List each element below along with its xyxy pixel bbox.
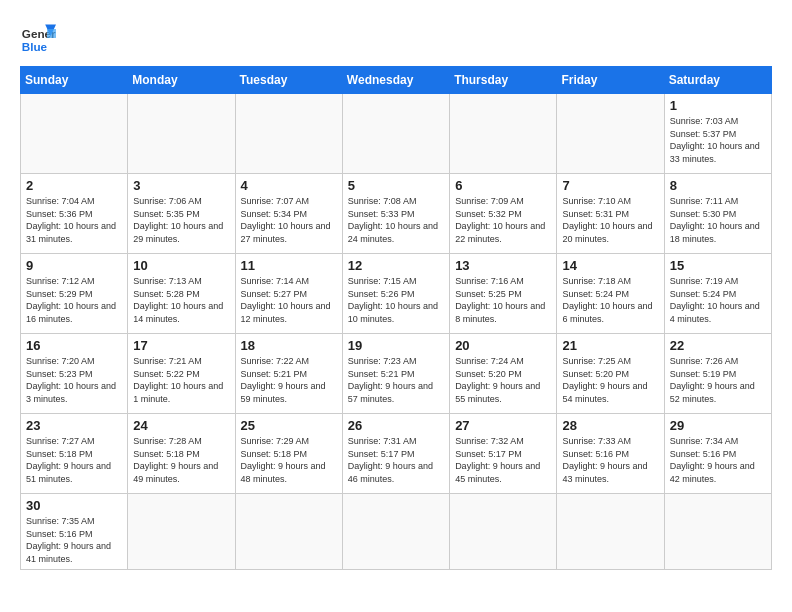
calendar-cell: 30Sunrise: 7:35 AM Sunset: 5:16 PM Dayli…: [21, 494, 128, 570]
cell-info: Sunrise: 7:07 AM Sunset: 5:34 PM Dayligh…: [241, 195, 337, 245]
day-number: 22: [670, 338, 766, 353]
cell-info: Sunrise: 7:31 AM Sunset: 5:17 PM Dayligh…: [348, 435, 444, 485]
day-number: 29: [670, 418, 766, 433]
day-number: 4: [241, 178, 337, 193]
day-number: 21: [562, 338, 658, 353]
calendar-cell: 27Sunrise: 7:32 AM Sunset: 5:17 PM Dayli…: [450, 414, 557, 494]
calendar-cell: [342, 94, 449, 174]
calendar-cell: 12Sunrise: 7:15 AM Sunset: 5:26 PM Dayli…: [342, 254, 449, 334]
day-number: 10: [133, 258, 229, 273]
day-number: 26: [348, 418, 444, 433]
calendar-cell: 11Sunrise: 7:14 AM Sunset: 5:27 PM Dayli…: [235, 254, 342, 334]
day-number: 27: [455, 418, 551, 433]
day-number: 28: [562, 418, 658, 433]
day-number: 30: [26, 498, 122, 513]
cell-info: Sunrise: 7:33 AM Sunset: 5:16 PM Dayligh…: [562, 435, 658, 485]
header-monday: Monday: [128, 67, 235, 94]
day-number: 23: [26, 418, 122, 433]
calendar-cell: [235, 494, 342, 570]
cell-info: Sunrise: 7:04 AM Sunset: 5:36 PM Dayligh…: [26, 195, 122, 245]
calendar-cell: [342, 494, 449, 570]
calendar-cell: 18Sunrise: 7:22 AM Sunset: 5:21 PM Dayli…: [235, 334, 342, 414]
header-friday: Friday: [557, 67, 664, 94]
calendar-cell: 23Sunrise: 7:27 AM Sunset: 5:18 PM Dayli…: [21, 414, 128, 494]
day-number: 3: [133, 178, 229, 193]
cell-info: Sunrise: 7:10 AM Sunset: 5:31 PM Dayligh…: [562, 195, 658, 245]
calendar-cell: 28Sunrise: 7:33 AM Sunset: 5:16 PM Dayli…: [557, 414, 664, 494]
calendar-cell: [557, 494, 664, 570]
cell-info: Sunrise: 7:14 AM Sunset: 5:27 PM Dayligh…: [241, 275, 337, 325]
cell-info: Sunrise: 7:11 AM Sunset: 5:30 PM Dayligh…: [670, 195, 766, 245]
cell-info: Sunrise: 7:23 AM Sunset: 5:21 PM Dayligh…: [348, 355, 444, 405]
logo-icon: General Blue: [20, 20, 56, 56]
calendar-cell: 21Sunrise: 7:25 AM Sunset: 5:20 PM Dayli…: [557, 334, 664, 414]
day-number: 24: [133, 418, 229, 433]
week-row-2: 2Sunrise: 7:04 AM Sunset: 5:36 PM Daylig…: [21, 174, 772, 254]
day-number: 25: [241, 418, 337, 433]
calendar-cell: 20Sunrise: 7:24 AM Sunset: 5:20 PM Dayli…: [450, 334, 557, 414]
day-number: 5: [348, 178, 444, 193]
cell-info: Sunrise: 7:16 AM Sunset: 5:25 PM Dayligh…: [455, 275, 551, 325]
cell-info: Sunrise: 7:29 AM Sunset: 5:18 PM Dayligh…: [241, 435, 337, 485]
calendar-cell: 9Sunrise: 7:12 AM Sunset: 5:29 PM Daylig…: [21, 254, 128, 334]
calendar-cell: [128, 94, 235, 174]
day-number: 15: [670, 258, 766, 273]
cell-info: Sunrise: 7:26 AM Sunset: 5:19 PM Dayligh…: [670, 355, 766, 405]
day-number: 16: [26, 338, 122, 353]
day-number: 12: [348, 258, 444, 273]
cell-info: Sunrise: 7:25 AM Sunset: 5:20 PM Dayligh…: [562, 355, 658, 405]
cell-info: Sunrise: 7:20 AM Sunset: 5:23 PM Dayligh…: [26, 355, 122, 405]
cell-info: Sunrise: 7:27 AM Sunset: 5:18 PM Dayligh…: [26, 435, 122, 485]
cell-info: Sunrise: 7:08 AM Sunset: 5:33 PM Dayligh…: [348, 195, 444, 245]
day-number: 14: [562, 258, 658, 273]
header-row: SundayMondayTuesdayWednesdayThursdayFrid…: [21, 67, 772, 94]
header-wednesday: Wednesday: [342, 67, 449, 94]
calendar-cell: [235, 94, 342, 174]
calendar-cell: 24Sunrise: 7:28 AM Sunset: 5:18 PM Dayli…: [128, 414, 235, 494]
cell-info: Sunrise: 7:22 AM Sunset: 5:21 PM Dayligh…: [241, 355, 337, 405]
calendar-cell: 17Sunrise: 7:21 AM Sunset: 5:22 PM Dayli…: [128, 334, 235, 414]
calendar-cell: [664, 494, 771, 570]
cell-info: Sunrise: 7:13 AM Sunset: 5:28 PM Dayligh…: [133, 275, 229, 325]
day-number: 18: [241, 338, 337, 353]
calendar-header: SundayMondayTuesdayWednesdayThursdayFrid…: [21, 67, 772, 94]
calendar-cell: 1Sunrise: 7:03 AM Sunset: 5:37 PM Daylig…: [664, 94, 771, 174]
logo: General Blue: [20, 20, 62, 56]
cell-info: Sunrise: 7:28 AM Sunset: 5:18 PM Dayligh…: [133, 435, 229, 485]
cell-info: Sunrise: 7:12 AM Sunset: 5:29 PM Dayligh…: [26, 275, 122, 325]
week-row-1: 1Sunrise: 7:03 AM Sunset: 5:37 PM Daylig…: [21, 94, 772, 174]
calendar-cell: 15Sunrise: 7:19 AM Sunset: 5:24 PM Dayli…: [664, 254, 771, 334]
calendar-cell: 5Sunrise: 7:08 AM Sunset: 5:33 PM Daylig…: [342, 174, 449, 254]
cell-info: Sunrise: 7:34 AM Sunset: 5:16 PM Dayligh…: [670, 435, 766, 485]
svg-text:Blue: Blue: [22, 40, 48, 53]
calendar-cell: 13Sunrise: 7:16 AM Sunset: 5:25 PM Dayli…: [450, 254, 557, 334]
day-number: 17: [133, 338, 229, 353]
cell-info: Sunrise: 7:03 AM Sunset: 5:37 PM Dayligh…: [670, 115, 766, 165]
calendar-cell: 10Sunrise: 7:13 AM Sunset: 5:28 PM Dayli…: [128, 254, 235, 334]
calendar-cell: 19Sunrise: 7:23 AM Sunset: 5:21 PM Dayli…: [342, 334, 449, 414]
day-number: 9: [26, 258, 122, 273]
calendar-cell: 22Sunrise: 7:26 AM Sunset: 5:19 PM Dayli…: [664, 334, 771, 414]
calendar-cell: 3Sunrise: 7:06 AM Sunset: 5:35 PM Daylig…: [128, 174, 235, 254]
calendar-cell: [557, 94, 664, 174]
week-row-6: 30Sunrise: 7:35 AM Sunset: 5:16 PM Dayli…: [21, 494, 772, 570]
calendar-cell: 8Sunrise: 7:11 AM Sunset: 5:30 PM Daylig…: [664, 174, 771, 254]
calendar-cell: 6Sunrise: 7:09 AM Sunset: 5:32 PM Daylig…: [450, 174, 557, 254]
calendar-cell: [450, 494, 557, 570]
week-row-4: 16Sunrise: 7:20 AM Sunset: 5:23 PM Dayli…: [21, 334, 772, 414]
day-number: 8: [670, 178, 766, 193]
header-sunday: Sunday: [21, 67, 128, 94]
calendar-cell: [21, 94, 128, 174]
calendar-cell: 29Sunrise: 7:34 AM Sunset: 5:16 PM Dayli…: [664, 414, 771, 494]
cell-info: Sunrise: 7:24 AM Sunset: 5:20 PM Dayligh…: [455, 355, 551, 405]
header-saturday: Saturday: [664, 67, 771, 94]
cell-info: Sunrise: 7:21 AM Sunset: 5:22 PM Dayligh…: [133, 355, 229, 405]
day-number: 20: [455, 338, 551, 353]
cell-info: Sunrise: 7:09 AM Sunset: 5:32 PM Dayligh…: [455, 195, 551, 245]
cell-info: Sunrise: 7:15 AM Sunset: 5:26 PM Dayligh…: [348, 275, 444, 325]
header-tuesday: Tuesday: [235, 67, 342, 94]
cell-info: Sunrise: 7:06 AM Sunset: 5:35 PM Dayligh…: [133, 195, 229, 245]
calendar-cell: 16Sunrise: 7:20 AM Sunset: 5:23 PM Dayli…: [21, 334, 128, 414]
day-number: 7: [562, 178, 658, 193]
week-row-5: 23Sunrise: 7:27 AM Sunset: 5:18 PM Dayli…: [21, 414, 772, 494]
